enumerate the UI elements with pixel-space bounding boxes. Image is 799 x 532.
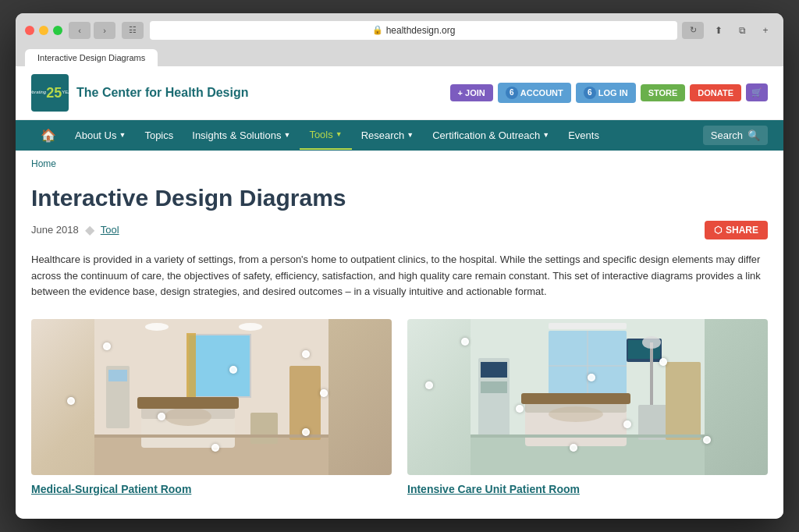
meta-row: June 2018 ◆ Tool ⬡ SHARE xyxy=(31,221,768,239)
nav-certification[interactable]: Certification & Outreach ▼ xyxy=(423,122,559,149)
account-badge: 6 xyxy=(506,87,518,99)
forward-button[interactable]: › xyxy=(94,22,115,39)
main-content: Interactive Design Diagrams June 2018 ◆ … xyxy=(16,177,783,519)
nav-insights[interactable]: Insights & Solutions ▼ xyxy=(183,122,300,149)
hotspot-icu-6[interactable] xyxy=(703,436,711,444)
svg-rect-10 xyxy=(250,413,278,444)
add-tab-button[interactable]: + xyxy=(757,23,774,38)
svg-rect-12 xyxy=(108,370,127,381)
svg-rect-3 xyxy=(188,335,250,397)
svg-rect-30 xyxy=(481,362,507,378)
page-description: Healthcare is provided in a variety of s… xyxy=(31,252,768,300)
svg-point-33 xyxy=(642,336,661,349)
hotspot-5[interactable] xyxy=(302,428,310,436)
join-button[interactable]: + JOIN xyxy=(450,84,493,101)
chevron-down-icon: ▼ xyxy=(336,130,343,138)
hotspot-8[interactable] xyxy=(302,350,310,358)
svg-rect-5 xyxy=(186,333,196,399)
search-label: Search xyxy=(711,129,743,141)
address-bar-row: 🔒 healthdesign.org ↻ xyxy=(150,21,704,40)
traffic-lights xyxy=(25,26,62,35)
card-caption-medical-surgical[interactable]: Medical-Surgical Patient Room xyxy=(31,483,392,495)
breadcrumb: Home xyxy=(16,151,783,177)
nav-home[interactable]: 🏠 xyxy=(31,120,66,151)
lock-icon: 🔒 xyxy=(372,25,383,35)
svg-rect-31 xyxy=(481,381,507,393)
content-tag[interactable]: Tool xyxy=(101,224,119,236)
chevron-down-icon: ▼ xyxy=(542,131,549,139)
hotspot-7[interactable] xyxy=(320,389,328,397)
browser-chrome: ‹ › ☷ 🔒 healthdesign.org ↻ ⬆ ⧉ + Interac… xyxy=(16,13,783,66)
login-button[interactable]: 6 LOG IN xyxy=(576,83,636,103)
store-button[interactable]: STORE xyxy=(641,84,686,101)
svg-rect-16 xyxy=(94,434,328,438)
browser-window: ‹ › ☷ 🔒 healthdesign.org ↻ ⬆ ⧉ + Interac… xyxy=(16,13,783,519)
room-svg-left xyxy=(31,319,392,475)
share-browser-button[interactable]: ⬆ xyxy=(710,23,727,38)
new-tab-button[interactable]: ⧉ xyxy=(733,23,751,38)
search-button[interactable]: Search 🔍 xyxy=(703,126,768,145)
card-icu: Intensive Care Unit Patient Room xyxy=(407,319,768,495)
tab-label: Interactive Design Diagrams xyxy=(37,53,145,62)
share-button[interactable]: ⬡ SHARE xyxy=(705,221,768,239)
svg-rect-36 xyxy=(549,323,627,329)
room-image-icu[interactable] xyxy=(407,319,768,475)
nav-tools[interactable]: Tools ▼ xyxy=(300,121,351,150)
logo-badge: Celebrating 25 YEARS xyxy=(31,74,69,112)
org-name: The Center for Health Design xyxy=(76,86,248,100)
page-content: Celebrating 25 YEARS The Center for Heal… xyxy=(16,66,783,519)
tab-grid-button[interactable]: ☷ xyxy=(122,22,144,39)
account-button[interactable]: 6 ACCOUNT xyxy=(498,83,571,103)
logo-area: Celebrating 25 YEARS The Center for Heal… xyxy=(31,74,248,112)
chevron-down-icon: ▼ xyxy=(283,131,290,139)
url-text: healthdesign.org xyxy=(386,25,456,36)
nav-research[interactable]: Research ▼ xyxy=(352,122,424,149)
svg-point-8 xyxy=(165,407,211,426)
chevron-down-icon: ▼ xyxy=(119,131,126,139)
card-caption-icu[interactable]: Intensive Care Unit Patient Room xyxy=(407,483,768,495)
browser-nav-buttons: ‹ › xyxy=(69,22,115,39)
svg-point-15 xyxy=(239,323,262,331)
browser-tab-row: Interactive Design Diagrams xyxy=(25,49,774,66)
nav-about-us[interactable]: About Us ▼ xyxy=(66,122,135,149)
login-badge: 6 xyxy=(584,87,596,99)
publish-date: June 2018 xyxy=(31,224,79,236)
svg-point-14 xyxy=(145,323,169,331)
svg-rect-9 xyxy=(137,397,239,409)
back-button[interactable]: ‹ xyxy=(69,22,91,39)
active-tab[interactable]: Interactive Design Diagrams xyxy=(25,49,158,66)
nav-topics[interactable]: Topics xyxy=(135,122,183,149)
chevron-down-icon: ▼ xyxy=(407,131,414,139)
share-icon: ⬡ xyxy=(714,225,722,236)
meta-separator: ◆ xyxy=(85,222,94,237)
svg-rect-27 xyxy=(521,393,630,404)
room-image-medical-surgical[interactable] xyxy=(31,319,392,475)
image-grid: Medical-Surgical Patient Room xyxy=(31,319,768,495)
browser-top-bar: ‹ › ☷ 🔒 healthdesign.org ↻ ⬆ ⧉ + xyxy=(25,21,774,40)
search-icon: 🔍 xyxy=(748,129,760,141)
svg-rect-37 xyxy=(471,434,705,438)
svg-point-28 xyxy=(549,406,603,422)
minimize-button[interactable] xyxy=(39,26,48,35)
breadcrumb-home[interactable]: Home xyxy=(31,158,56,169)
hotspot-4[interactable] xyxy=(158,413,165,420)
card-medical-surgical: Medical-Surgical Patient Room xyxy=(31,319,392,495)
page-title: Interactive Design Diagrams xyxy=(31,185,768,211)
site-header: Celebrating 25 YEARS The Center for Heal… xyxy=(16,66,783,120)
cart-button[interactable]: 🛒 xyxy=(746,83,768,101)
address-bar[interactable]: 🔒 healthdesign.org xyxy=(150,21,677,40)
hotspot-icu-4[interactable] xyxy=(516,405,524,413)
share-label: SHARE xyxy=(726,225,758,236)
maximize-button[interactable] xyxy=(53,26,62,35)
svg-rect-35 xyxy=(666,362,701,440)
donate-button[interactable]: DONATE xyxy=(690,84,741,101)
header-buttons: + JOIN 6 ACCOUNT 6 LOG IN STORE DONATE 🛒 xyxy=(450,83,768,103)
close-button[interactable] xyxy=(25,26,34,35)
nav-events[interactable]: Events xyxy=(559,122,609,149)
refresh-button[interactable]: ↻ xyxy=(682,22,704,39)
site-nav: 🏠 About Us ▼ Topics Insights & Solutions… xyxy=(16,120,783,151)
